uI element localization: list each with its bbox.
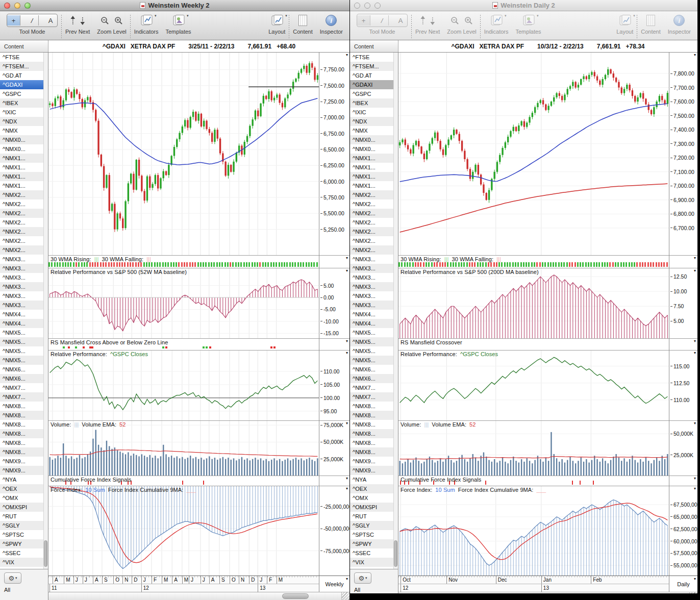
- sidebar-item[interactable]: ^OMXSPI: [0, 503, 48, 512]
- sidebar-item[interactable]: ^NMX5...: [350, 328, 398, 337]
- panel-collapse-caret[interactable]: ▾: [694, 53, 696, 57]
- panel-collapse-caret[interactable]: ▾: [694, 487, 696, 491]
- sidebar-item[interactable]: ^NMX6...: [0, 374, 48, 383]
- sidebar-item[interactable]: ^NMX5...: [350, 356, 398, 365]
- layout-button[interactable]: ▾: [270, 15, 284, 26]
- sidebar-item[interactable]: ^NMX6...: [350, 374, 398, 383]
- sidebar-item[interactable]: ^NDX: [350, 117, 398, 126]
- sidebar-item[interactable]: ^NMX1...: [0, 163, 48, 172]
- sidebar-item[interactable]: ^NMX2...: [0, 209, 48, 218]
- sidebar-item[interactable]: ^NMX1...: [350, 181, 398, 190]
- sidebar-scrollbar[interactable]: [43, 53, 48, 569]
- panel-collapse-caret[interactable]: ▾: [346, 351, 348, 355]
- sidebar-item[interactable]: ^NMX8...: [0, 438, 48, 447]
- layout-button[interactable]: ▾: [618, 15, 632, 26]
- sidebar-item[interactable]: ^NMX4...: [350, 319, 398, 328]
- panel-collapse-caret[interactable]: ▾: [346, 487, 348, 491]
- sidebar-item[interactable]: ^NMX2...: [350, 245, 398, 255]
- panel-collapse-caret[interactable]: ▾: [346, 339, 348, 343]
- sidebar-item[interactable]: ^OEX: [0, 484, 48, 493]
- sidebar-item[interactable]: ^NMX8...: [350, 420, 398, 429]
- sidebar-item[interactable]: ^NMX: [0, 126, 48, 135]
- sidebar-item[interactable]: ^NMX3...: [350, 264, 398, 273]
- sidebar-item[interactable]: ^NMX8...: [0, 402, 48, 411]
- sidebar-item[interactable]: ^OMXSPI: [350, 503, 398, 512]
- sidebar-scroll-thumb[interactable]: [44, 540, 47, 567]
- sidebar-item[interactable]: ^NMX: [350, 126, 398, 135]
- next-button[interactable]: [430, 16, 435, 25]
- sidebar-item[interactable]: ^VXO: [350, 567, 398, 569]
- sidebar-item[interactable]: ^NMX2...: [350, 209, 398, 218]
- sidebar-item[interactable]: ^OMX: [350, 493, 398, 503]
- hscroll-thumb[interactable]: [282, 593, 309, 599]
- panel-collapse-caret[interactable]: ▾: [346, 53, 348, 57]
- sidebar-item[interactable]: ^NMX1...: [350, 163, 398, 172]
- sidebar-item[interactable]: ^NMX3...: [350, 282, 398, 291]
- sidebar-item[interactable]: ^SGLY: [350, 521, 398, 530]
- sidebar-item[interactable]: ^SSEC: [0, 548, 48, 558]
- inspector-button[interactable]: i: [326, 15, 337, 26]
- sidebar-item[interactable]: ^IBEX: [350, 98, 398, 108]
- zoom-out-button[interactable]: [101, 16, 109, 25]
- sidebar-item[interactable]: ^NMX2...: [0, 236, 48, 245]
- horizontal-scrollbar[interactable]: [48, 592, 349, 600]
- sidebar-item[interactable]: ^NMX7...: [0, 392, 48, 402]
- text-tool-button[interactable]: A: [394, 15, 407, 26]
- sidebar-item[interactable]: ^VIX: [350, 558, 398, 567]
- sidebar-item[interactable]: ^NMX0...: [350, 144, 398, 154]
- sidebar-item[interactable]: ^NMX3...: [0, 255, 48, 264]
- content-button[interactable]: [646, 15, 655, 26]
- sidebar-item[interactable]: ^SPTSC: [0, 530, 48, 539]
- panel-collapse-caret[interactable]: ▾: [694, 351, 696, 355]
- sidebar-item[interactable]: ^NMX1...: [0, 154, 48, 163]
- sidebar-item[interactable]: ^OMX: [0, 493, 48, 503]
- sidebar-item[interactable]: ^NMX1...: [0, 181, 48, 190]
- inspector-button[interactable]: i: [673, 15, 685, 26]
- resize-grip[interactable]: [341, 592, 349, 600]
- zoom-in-button[interactable]: [464, 16, 473, 25]
- sidebar-item[interactable]: ^NMX3...: [350, 273, 398, 282]
- sidebar-item[interactable]: ^NMX7...: [350, 392, 398, 402]
- sidebar-item[interactable]: ^SSEC: [350, 548, 398, 558]
- sidebar-item[interactable]: ^NYA: [350, 475, 398, 484]
- sidebar-item[interactable]: ^NMX9...: [350, 457, 398, 466]
- sidebar-item[interactable]: ^GSPC: [350, 89, 398, 98]
- action-menu-button[interactable]: ⚙▾: [354, 572, 371, 584]
- horizontal-scrollbar[interactable]: [398, 592, 697, 593]
- line-tool-button[interactable]: /: [26, 15, 39, 26]
- sidebar-item[interactable]: ^FTSEM...: [350, 62, 398, 71]
- chart-panels[interactable]: 30 WMA Rising:|||30 WMA Falling:|||Relat…: [48, 53, 319, 576]
- sidebar-item[interactable]: ^NMX6...: [0, 365, 48, 374]
- sidebar-item[interactable]: ^GDAXI: [0, 80, 48, 89]
- sidebar-item[interactable]: ^NMX8...: [350, 411, 398, 420]
- sidebar-scrollbar[interactable]: [393, 53, 398, 569]
- sidebar-item[interactable]: ^NDX: [0, 117, 48, 126]
- close-button[interactable]: [354, 3, 360, 9]
- sidebar-item[interactable]: ^NMX8...: [0, 447, 48, 457]
- sidebar-item[interactable]: ^GD.AT: [350, 71, 398, 80]
- titlebar[interactable]: Weinstein Daily 2: [350, 0, 697, 11]
- templates-button[interactable]: ▾: [172, 15, 185, 26]
- sidebar-item[interactable]: ^NMX3...: [0, 273, 48, 282]
- sidebar-item[interactable]: ^NMX5...: [350, 337, 398, 346]
- zoom-button[interactable]: [24, 3, 31, 9]
- sidebar-item[interactable]: ^NMX7...: [350, 383, 398, 392]
- sidebar-item[interactable]: ^NMX5...: [0, 346, 48, 356]
- sidebar-item[interactable]: ^IXIC: [350, 108, 398, 117]
- zoom-button[interactable]: [374, 3, 381, 9]
- sidebar-item[interactable]: ^NMX2...: [350, 227, 398, 236]
- sidebar-item[interactable]: ^NMX3...: [0, 301, 48, 310]
- sidebar-item[interactable]: ^GD.AT: [0, 71, 48, 80]
- indicators-button[interactable]: ▾: [490, 15, 503, 26]
- sidebar-item[interactable]: ^NMX0...: [0, 135, 48, 144]
- sidebar-item[interactable]: ^NMX2...: [0, 227, 48, 236]
- prev-button[interactable]: [420, 16, 425, 25]
- sidebar-item[interactable]: ^NMX8...: [0, 411, 48, 420]
- sidebar-item[interactable]: ^NMX8...: [0, 429, 48, 438]
- panel-collapse-caret[interactable]: ▾: [346, 269, 348, 273]
- minimize-button[interactable]: [364, 3, 370, 9]
- sidebar-item[interactable]: ^NMX5...: [0, 337, 48, 346]
- prev-button[interactable]: [70, 16, 75, 25]
- sidebar-item[interactable]: ^NMX2...: [350, 190, 398, 199]
- panel-collapse-caret[interactable]: ▾: [694, 269, 696, 273]
